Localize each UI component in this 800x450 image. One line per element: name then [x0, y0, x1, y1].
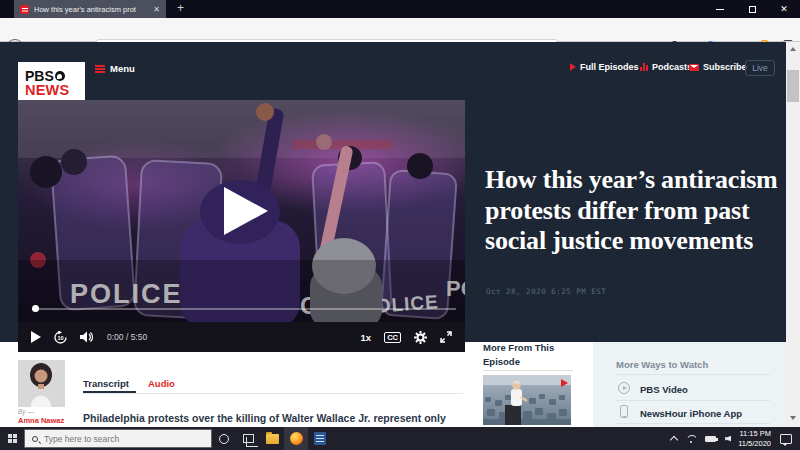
file-explorer-button[interactable] [260, 427, 284, 450]
video-progress-bar[interactable] [32, 308, 456, 310]
menu-label: Menu [110, 63, 135, 74]
window-close-button[interactable]: ✕ [768, 0, 800, 18]
network-icon[interactable] [686, 435, 696, 443]
hidden-icons-chevron[interactable] [670, 436, 678, 444]
byline-prefix: By — [18, 408, 34, 415]
firefox-taskbar-button[interactable] [284, 427, 308, 450]
rewind-10-icon[interactable]: 10 [54, 331, 67, 344]
logo-pbs-text: PBS [25, 69, 54, 83]
video-player[interactable]: POLICE POLICE POLICE POLICE [18, 100, 465, 352]
settings-gear-icon[interactable] [414, 331, 427, 344]
sidebar-item-pbs-video[interactable]: PBS Video [640, 384, 688, 395]
divider [483, 370, 573, 371]
rewind-number: 10 [58, 335, 64, 341]
logo-news-text: NEWS [25, 83, 85, 98]
podcasts-link[interactable]: Podcasts [640, 62, 692, 72]
full-episodes-link[interactable]: Full Episodes [570, 62, 639, 72]
transcript-excerpt: Philadelphia protests over the killing o… [83, 412, 483, 424]
live-button[interactable]: Live [745, 60, 775, 76]
sidebar-item-iphone-app[interactable]: NewsHour iPhone App [640, 408, 742, 419]
volume-muted-button[interactable]: ✕ [725, 435, 729, 442]
envelope-icon [689, 64, 699, 71]
video-thumbnail: POLICE POLICE POLICE POLICE [18, 100, 465, 322]
divider [83, 393, 463, 394]
word-taskbar-button[interactable] [308, 427, 332, 450]
episode-thumbnail[interactable] [483, 375, 571, 429]
system-tray: ✕ 11:15 PM 11/5/2020 [671, 429, 800, 449]
task-view-button[interactable] [236, 427, 260, 450]
pbs-face-icon [55, 71, 65, 81]
volume-icon[interactable] [80, 331, 94, 343]
video-controls-bar: 10 0:00 / 5:50 1x CC [18, 322, 465, 352]
search-icon [32, 436, 38, 442]
word-icon [314, 432, 326, 445]
more-ways-heading: More Ways to Watch [616, 359, 708, 370]
clock-date: 11/5/2020 [738, 439, 771, 449]
taskbar-search[interactable] [24, 429, 212, 448]
divider [616, 374, 770, 375]
tab-title: How this year's antiracism prot [34, 5, 148, 14]
window-minimize-button[interactable] [704, 0, 736, 18]
episode-play-icon [561, 379, 568, 387]
podcast-bars-icon [640, 63, 648, 71]
start-button[interactable] [0, 427, 24, 450]
site-favicon [20, 5, 29, 14]
clock-time: 11:15 PM [738, 429, 771, 439]
tab-audio[interactable]: Audio [148, 378, 175, 389]
playback-speed-button[interactable]: 1x [361, 332, 372, 343]
firefox-icon [290, 432, 303, 445]
action-center-icon[interactable] [780, 434, 792, 444]
cortana-icon [219, 434, 229, 444]
author-photo[interactable] [18, 360, 65, 411]
scrollbar-thumb[interactable] [787, 70, 799, 102]
scroll-up-arrow[interactable] [790, 47, 796, 51]
menu-hamburger-icon [95, 65, 105, 73]
iphone-app-icon [620, 405, 628, 418]
podcasts-label: Podcasts [652, 62, 692, 72]
subscribe-link[interactable]: Subscribe [689, 62, 747, 72]
closed-captions-button[interactable]: CC [384, 332, 401, 343]
taskbar-clock[interactable]: 11:15 PM 11/5/2020 [738, 429, 771, 449]
window-controls: ✕ [704, 0, 800, 18]
scroll-down-arrow[interactable] [790, 416, 796, 420]
video-progress-handle[interactable] [32, 305, 39, 312]
cortana-button[interactable] [212, 427, 236, 450]
pbs-video-icon [618, 382, 630, 394]
search-input[interactable] [44, 434, 194, 444]
tab-transcript[interactable]: Transcript [83, 378, 129, 389]
screen: How this year's antiracism prot ✕ + ✕ ← … [0, 0, 800, 450]
video-time-display: 0:00 / 5:50 [107, 332, 147, 342]
fullscreen-icon[interactable] [440, 331, 452, 343]
folder-icon [266, 434, 279, 444]
browser-titlebar: How this year's antiracism prot ✕ + ✕ [0, 0, 800, 18]
browser-tab[interactable]: How this year's antiracism prot ✕ [14, 0, 166, 18]
windows-taskbar: ✕ 11:15 PM 11/5/2020 [0, 427, 800, 450]
battery-icon[interactable] [705, 436, 716, 442]
author-link[interactable]: Amna Nawaz [18, 416, 64, 425]
windows-logo-icon [8, 434, 17, 443]
more-from-episode-heading: More From This Episode [483, 341, 583, 369]
play-icon [570, 63, 576, 71]
task-view-icon [243, 434, 254, 443]
window-maximize-button[interactable] [736, 0, 768, 18]
browser-toolbar: ← → ⟳ ⌂ https://www.pbs.org/newshour/sho… [0, 18, 800, 42]
divider [616, 423, 770, 424]
article-title: How this year’s antiracism protests diff… [485, 165, 785, 257]
maximize-icon [749, 6, 756, 13]
minimize-icon [716, 9, 724, 10]
play-button-icon[interactable] [31, 331, 41, 343]
subscribe-label: Subscribe [703, 62, 747, 72]
new-tab-button[interactable]: + [173, 1, 188, 16]
article-date: Oct 28, 2020 6:25 PM EST [486, 287, 606, 296]
full-episodes-label: Full Episodes [580, 62, 639, 72]
divider [616, 400, 770, 401]
site-menu-button[interactable]: Menu [95, 63, 135, 74]
tab-close-icon[interactable]: ✕ [153, 5, 160, 14]
